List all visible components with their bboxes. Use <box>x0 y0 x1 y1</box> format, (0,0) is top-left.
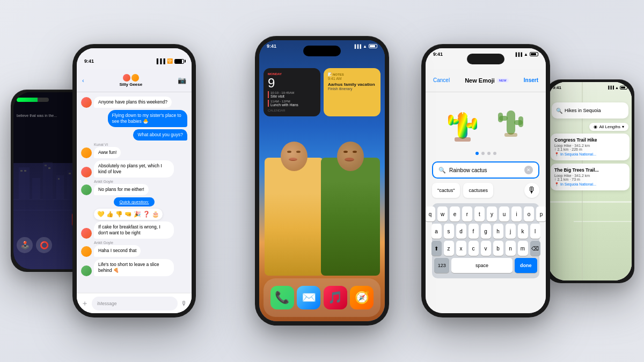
key-o[interactable]: o <box>524 206 534 221</box>
keyboard-area: q w e r t y u i o p a s <box>432 203 539 278</box>
key-r[interactable]: r <box>462 206 472 221</box>
lockscreen-status: 9:41 ▐▐▐ ▲ <box>267 43 377 49</box>
figure-left <box>265 158 324 276</box>
key-a[interactable]: a <box>431 224 442 239</box>
key-n[interactable]: n <box>506 241 516 256</box>
mouth-2 <box>345 158 354 161</box>
video-call-button[interactable]: 📷 <box>178 76 186 84</box>
dock-phone-app[interactable]: 📞 <box>270 286 294 309</box>
key-k[interactable]: k <box>518 224 528 239</box>
key-t[interactable]: t <box>474 206 485 221</box>
notes-icon: 📝 <box>328 72 332 76</box>
dock-mail-app[interactable]: ✉️ <box>297 286 320 309</box>
emoji-screen: 9:41 ▐▐▐ ▲ Cancel New Emoji NEW Insert <box>426 48 546 313</box>
tapback-thumbsup[interactable]: 👍 <box>106 211 114 218</box>
key-p[interactable]: p <box>536 206 546 221</box>
tapback-row: 💛 👍 👎 🤜 🎉 ❓ 🎂 <box>94 209 163 220</box>
maps-screen: 9:41 ▐▐▐ ▲ 🔍 Hikes in Sequoia ◉ All Leng… <box>548 82 632 280</box>
emoji-insert-button[interactable]: Insert <box>524 77 538 83</box>
sender-name-ankit2: Ankit Goyle <box>94 241 187 245</box>
tapback-handshake[interactable]: 🤜 <box>125 211 132 218</box>
message-input-field[interactable]: iMessage <box>92 297 178 311</box>
msg-row-4: Aww fun! <box>81 147 187 158</box>
msg-avatar-7 <box>81 265 92 276</box>
maps-wifi: ▲ <box>615 86 619 90</box>
eye-left-2 <box>343 151 348 153</box>
nav-title-area: Silly Geese <box>119 74 142 87</box>
key-space[interactable]: space <box>451 258 512 273</box>
svg-rect-13 <box>69 173 71 174</box>
phone-emoji: 9:41 ▐▐▐ ▲ Cancel New Emoji NEW Insert <box>421 44 550 317</box>
key-l[interactable]: l <box>530 224 540 239</box>
key-y[interactable]: y <box>487 206 497 221</box>
key-w[interactable]: w <box>437 206 448 221</box>
emoji-display-row <box>432 99 539 146</box>
widget-notes[interactable]: 📝 Notes 9:41 AM Aarhus family vacation F… <box>324 68 380 116</box>
trail-card-1[interactable]: Congress Trail Hike Loop Hike · 341.2 km… <box>551 134 630 160</box>
emoji-item-colorful <box>443 99 483 146</box>
key-d[interactable]: d <box>456 224 466 239</box>
key-e[interactable]: e <box>450 206 460 221</box>
msg-avatar-2 <box>81 147 92 158</box>
tapback-question[interactable]: ❓ <box>143 211 150 218</box>
lock-wifi-icon: ▲ <box>363 44 367 49</box>
svg-rect-3 <box>32 178 40 200</box>
signal-icon: ▐▐▐ <box>155 58 165 64</box>
key-123[interactable]: 123 <box>434 258 449 273</box>
key-done[interactable]: done <box>515 258 537 273</box>
emoji-cancel-button[interactable]: Cancel <box>433 77 450 83</box>
widget-calendar[interactable]: MONDAY 9 10:10 - 10:45AM Site visit 11AM… <box>264 68 320 116</box>
svg-rect-27 <box>518 116 523 127</box>
tapback-container: 💛 👍 👎 🤜 🎉 ❓ 🎂 <box>94 209 187 220</box>
microphone-button[interactable]: 🎙 <box>524 183 539 198</box>
key-x[interactable]: x <box>456 241 466 256</box>
game-btn-action[interactable]: ⭕ <box>36 237 52 253</box>
emoji-search-box[interactable]: 🔍 Rainbow cactus ✕ <box>432 161 539 179</box>
maps-filter-button[interactable]: ◉ All Lengths ▾ <box>589 123 628 131</box>
key-shift[interactable]: ⬆ <box>431 241 442 256</box>
svg-rect-19 <box>455 137 471 142</box>
svg-rect-18 <box>472 118 477 130</box>
key-j[interactable]: j <box>506 224 516 239</box>
msg-bubble-9: Life's too short to leave a slice behind… <box>94 259 174 276</box>
svg-line-21 <box>467 115 470 117</box>
tapback-cake[interactable]: 🎂 <box>152 211 159 218</box>
suggest-cactus-quoted[interactable]: "cactus" <box>432 183 460 198</box>
key-v[interactable]: v <box>481 241 491 256</box>
game-controls: 🕹️ ⭕ <box>17 237 52 253</box>
key-h[interactable]: h <box>493 224 503 239</box>
nav-back-button[interactable]: ‹ <box>82 77 84 84</box>
key-z[interactable]: z <box>444 241 454 256</box>
key-u[interactable]: u <box>499 206 509 221</box>
trail-card-2[interactable]: The Big Trees Trail... Loop Hike · 341.2… <box>551 164 630 190</box>
key-f[interactable]: f <box>469 224 479 239</box>
messages-screen: 9:41 ▐▐▐ 🛜 ‹ Silly Geese 📷 <box>77 48 192 313</box>
tapback-thumbsdown[interactable]: 👎 <box>115 211 123 218</box>
suggest-cactuses[interactable]: cactuses <box>463 183 493 198</box>
key-backspace[interactable]: ⌫ <box>530 241 540 256</box>
game-btn-left[interactable]: 🕹️ <box>17 237 33 253</box>
notes-title: Aarhus family vacation <box>328 82 376 87</box>
key-c[interactable]: c <box>469 241 479 256</box>
maps-battery-fill <box>621 87 625 88</box>
maps-search-bar[interactable]: 🔍 Hikes in Sequoia <box>552 102 628 119</box>
voice-record-button[interactable]: 🎙 <box>181 300 187 307</box>
dock-music-app[interactable]: 🎵 <box>324 286 347 309</box>
tapback-celebrate[interactable]: 🎉 <box>134 211 141 218</box>
msg-avatar-1 <box>81 97 92 108</box>
msg-row-8: Haha I second that <box>81 245 187 256</box>
key-i[interactable]: i <box>511 206 522 221</box>
tapback-heart[interactable]: 💛 <box>97 211 105 218</box>
key-s[interactable]: s <box>444 224 454 239</box>
add-attachment-button[interactable]: ＋ <box>81 299 89 308</box>
key-g[interactable]: g <box>481 224 491 239</box>
msg-avatar-6 <box>81 246 92 257</box>
notes-time: 9:41 AM <box>328 77 376 80</box>
emoji-clear-button[interactable]: ✕ <box>524 166 533 174</box>
key-q[interactable]: q <box>426 206 435 221</box>
mouth-1 <box>289 158 297 161</box>
msg-row-5: Absolutely no plans yet, which I kind of… <box>81 160 187 178</box>
key-b[interactable]: b <box>493 241 503 256</box>
dock-compass-app[interactable]: 🧭 <box>350 286 374 309</box>
key-m[interactable]: m <box>518 241 528 256</box>
